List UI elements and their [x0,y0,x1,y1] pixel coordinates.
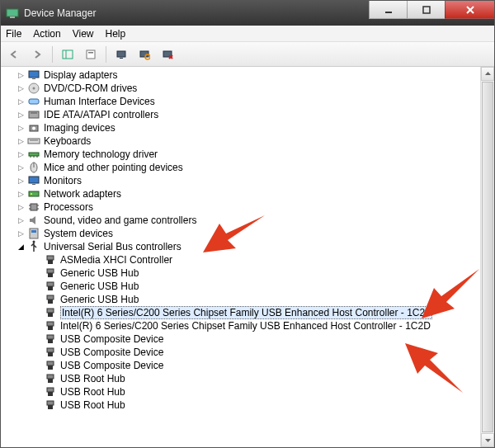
tree-node-label: USB Root Hub [60,386,125,398]
close-button[interactable] [445,1,494,19]
svg-rect-44 [31,230,36,233]
svg-rect-58 [47,335,54,339]
keyboard-icon [27,134,40,148]
svg-rect-68 [47,401,54,405]
tree-child-node[interactable]: Intel(R) 6 Series/C200 Series Chipset Fa… [37,319,494,332]
expand-icon[interactable]: ▷ [16,97,26,106]
expand-icon[interactable]: ▷ [16,111,26,119]
forward-button[interactable] [27,45,47,64]
tree-child-node[interactable]: USB Composite Device [37,346,494,359]
tree-node[interactable]: ▷Monitors [11,174,494,187]
expand-icon[interactable]: ▷ [16,229,26,238]
svg-rect-10 [117,51,125,57]
expand-icon[interactable]: ▷ [16,137,26,145]
tree-node-label: Processors [44,201,93,213]
svg-rect-51 [48,286,53,290]
tree-child-node[interactable]: ASMedia XHCI Controller [37,253,494,266]
menu-action[interactable]: Action [33,28,60,40]
tree-node-label: ASMedia XHCI Controller [60,254,172,266]
tree-child-node[interactable]: USB Composite Device [37,332,494,346]
tree-child-node[interactable]: Generic USB Hub [37,280,494,293]
minimize-button[interactable] [369,1,407,19]
menu-bar: File Action View Help [1,26,494,42]
mouse-icon [27,161,40,174]
expand-icon[interactable]: ▷ [16,84,26,92]
svg-rect-6 [63,50,73,59]
tree-node[interactable]: ▷Processors [11,200,494,214]
tree-node[interactable]: ▷Keyboards [11,134,494,148]
tree-node[interactable]: ▷Memory technology driver [11,148,494,161]
tree-node[interactable]: ▷Imaging devices [11,121,494,134]
expand-icon[interactable]: ▷ [16,71,26,79]
tree-node[interactable]: ▷DVD/CD-ROM drives [11,82,494,95]
expand-icon[interactable]: ▷ [16,150,26,158]
menu-file[interactable]: File [6,28,21,40]
tree-child-node[interactable]: USB Root Hub [37,398,494,412]
svg-rect-67 [48,392,53,396]
svg-rect-8 [87,50,95,59]
svg-rect-1 [10,17,15,18]
device-tree[interactable]: ▷Display adapters▷DVD/CD-ROM drives▷Huma… [1,67,494,447]
tree-node-label: Mice and other pointing devices [44,162,183,173]
tree-node[interactable]: ▷Network adapters [11,187,494,200]
tree-node[interactable]: ◢Universal Serial Bus controllers [11,240,494,253]
toolbar-separator [52,46,53,63]
tree-node[interactable]: ▷IDE ATA/ATAPI controllers [11,108,494,121]
tree-child-node[interactable]: Generic USB Hub [37,266,494,280]
tree-child-node[interactable]: Intel(R) 6 Series/C200 Series Chipset Fa… [37,306,494,319]
tree-node-label: Generic USB Hub [60,294,139,305]
scroll-down-button[interactable] [481,433,494,447]
svg-point-25 [32,127,35,130]
scan-hardware-button[interactable] [134,45,154,64]
properties-button[interactable] [81,45,101,64]
expand-icon[interactable]: ▷ [16,124,26,132]
usb-plug-icon [44,253,57,266]
tree-node-label: Memory technology driver [44,149,158,160]
expand-icon[interactable]: ▷ [16,203,26,211]
expand-icon[interactable]: ▷ [16,216,26,224]
window-title: Device Manager [24,7,96,19]
menu-view[interactable]: View [73,28,94,40]
scroll-up-button[interactable] [481,67,494,81]
tree-node[interactable]: ▷Sound, video and game controllers [11,214,494,227]
svg-rect-53 [48,299,53,304]
scroll-thumb[interactable] [482,82,493,432]
menu-help[interactable]: Help [106,28,126,40]
tree-child-node[interactable]: USB Root Hub [37,372,494,385]
usb-plug-icon [44,372,57,385]
tree-child-node[interactable]: Generic USB Hub [37,293,494,306]
usb-plug-icon [44,385,57,398]
update-driver-button[interactable] [111,45,131,64]
tree-child-node[interactable]: USB Root Hub [37,385,494,398]
memory-icon [27,148,40,161]
expand-icon[interactable]: ▷ [16,190,26,198]
uninstall-button[interactable] [158,45,177,64]
toolbar [1,42,494,67]
vertical-scrollbar[interactable] [480,67,494,447]
svg-rect-63 [48,365,53,370]
svg-rect-38 [31,204,37,210]
show-hide-pane-button[interactable] [58,45,78,64]
tree-node[interactable]: ▷Human Interface Devices [11,95,494,108]
tree-node[interactable]: ▷Mice and other pointing devices [11,161,494,174]
svg-rect-64 [47,375,54,379]
svg-rect-65 [48,379,53,383]
svg-rect-34 [29,177,39,183]
svg-rect-69 [48,405,53,409]
maximize-button[interactable] [407,1,445,19]
svg-rect-49 [48,273,53,277]
expand-icon[interactable]: ▷ [16,163,26,172]
back-button[interactable] [4,45,24,64]
ide-icon [27,108,40,121]
app-icon [6,7,19,20]
tree-node[interactable]: ▷System devices [11,227,494,240]
window-controls [369,1,494,26]
title-bar[interactable]: Device Manager [1,1,494,26]
tree-node-label: IDE ATA/ATAPI controllers [44,109,158,120]
tree-node[interactable]: ▷Display adapters [11,68,494,82]
collapse-icon[interactable]: ◢ [16,243,26,251]
tree-node-label: Generic USB Hub [60,267,139,279]
usb-plug-icon [44,266,57,280]
expand-icon[interactable]: ▷ [16,177,26,185]
tree-child-node[interactable]: USB Composite Device [37,359,494,372]
